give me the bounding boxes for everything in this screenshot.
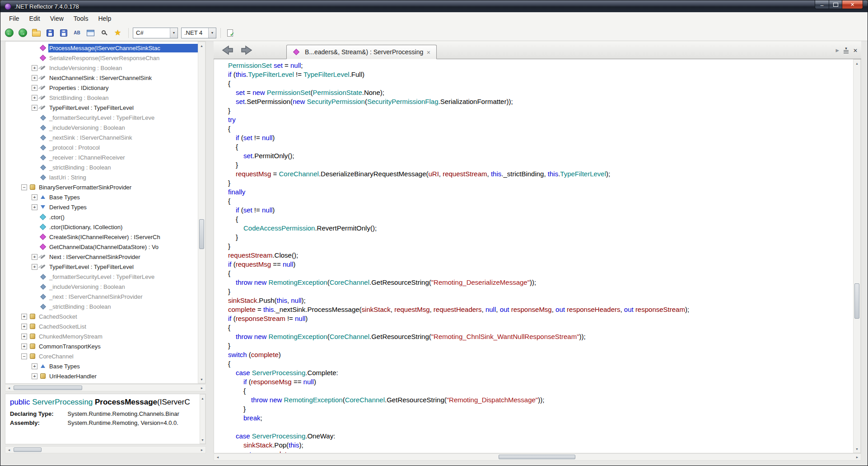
scrollbar-thumb[interactable] xyxy=(854,283,859,319)
tree-item[interactable]: +Derived Types xyxy=(5,202,198,212)
tree-item[interactable]: CreateSink(IChannelReceiver) : IServerCh xyxy=(5,232,198,242)
scrollbar-thumb[interactable] xyxy=(199,219,204,249)
tree-item[interactable]: +Next : IServerChannelSinkProvider xyxy=(5,252,198,262)
framework-combo[interactable]: .NET 4 ▼ xyxy=(181,28,216,38)
history-forward-button[interactable] xyxy=(240,45,255,56)
expand-icon[interactable]: + xyxy=(32,264,37,270)
close-document-icon[interactable] xyxy=(853,46,858,54)
tree-item[interactable]: +Base Types xyxy=(5,192,198,202)
expand-icon[interactable]: + xyxy=(21,324,27,329)
tree-item[interactable]: .ctor() xyxy=(5,212,198,222)
browser-button[interactable] xyxy=(84,27,97,39)
collapse-icon[interactable]: − xyxy=(21,184,27,190)
tree-item[interactable]: +CachedSocket xyxy=(5,311,198,321)
tree-item[interactable]: _strictBinding : Boolean xyxy=(5,301,198,311)
details-hscrollbar[interactable] xyxy=(5,446,206,453)
tree-item[interactable]: +CachedSocketList xyxy=(5,321,198,331)
scrollbar-thumb[interactable] xyxy=(499,455,575,459)
scrollbar-thumb[interactable] xyxy=(14,447,42,452)
forward-button[interactable] xyxy=(17,27,29,39)
expand-icon[interactable]: + xyxy=(32,254,37,260)
tree-item[interactable]: +CommonTransportKeys xyxy=(5,341,198,351)
maximize-button[interactable] xyxy=(829,0,842,9)
scroll-down-button[interactable] xyxy=(200,436,205,443)
tree-item[interactable]: .ctor(IDictionary, ICollection) xyxy=(5,222,198,232)
collapse-icon[interactable]: − xyxy=(21,353,27,359)
scroll-up-button[interactable] xyxy=(200,395,205,402)
scroll-down-button[interactable] xyxy=(854,445,860,452)
save-button[interactable] xyxy=(44,27,56,39)
script-button[interactable] xyxy=(224,27,236,39)
menu-help[interactable]: Help xyxy=(93,13,116,24)
tree-item[interactable]: GetChannelData(IChannelDataStore) : Vo xyxy=(5,242,198,252)
expand-icon[interactable]: + xyxy=(32,75,37,81)
tree-item[interactable]: +StrictBinding : Boolean xyxy=(5,93,198,103)
tree-item[interactable]: −CoreChannel xyxy=(5,351,198,361)
chevron-down-icon[interactable]: ▼ xyxy=(170,28,177,38)
menu-edit[interactable]: Edit xyxy=(24,13,45,24)
expand-icon[interactable]: + xyxy=(32,105,37,111)
scroll-up-button[interactable] xyxy=(198,42,205,49)
chevron-down-icon[interactable]: ▼ xyxy=(208,28,216,38)
tree-item[interactable]: SerializeResponse(IServerResponseChan xyxy=(5,53,198,63)
history-back-button[interactable] xyxy=(219,45,234,56)
scroll-left-button[interactable] xyxy=(5,447,13,453)
expand-icon[interactable]: + xyxy=(21,344,27,349)
tree-item[interactable]: +ChunkedMemoryStream xyxy=(5,331,198,341)
menu-view[interactable]: View xyxy=(45,13,69,24)
details-vscrollbar[interactable] xyxy=(200,394,205,444)
back-button[interactable] xyxy=(3,27,15,39)
close-button[interactable] xyxy=(842,0,863,9)
code-view[interactable]: PermissionSet set = null;if (this.TypeFi… xyxy=(214,59,853,453)
tree-vscrollbar[interactable] xyxy=(198,42,205,383)
tree-item[interactable]: +Base Types xyxy=(5,361,198,371)
expand-icon[interactable]: + xyxy=(32,373,37,379)
menu-file[interactable]: File xyxy=(4,13,24,24)
open-button[interactable] xyxy=(30,27,42,39)
tree-item[interactable]: _receiver : IChannelReceiver xyxy=(5,152,198,162)
tree-item[interactable]: +IncludeVersioning : Boolean xyxy=(5,63,198,73)
expand-icon[interactable]: + xyxy=(21,334,27,339)
code-hscrollbar[interactable] xyxy=(214,453,861,461)
tree-item[interactable]: _nextSink : IServerChannelSink xyxy=(5,132,198,142)
scroll-left-button[interactable] xyxy=(214,454,221,460)
tree-item[interactable]: _strictBinding : Boolean xyxy=(5,162,198,172)
tab-close-icon[interactable] xyxy=(426,48,430,56)
expand-icon[interactable]: + xyxy=(32,204,37,210)
tree-item[interactable]: −BinaryServerFormatterSinkProvider xyxy=(5,182,198,192)
scroll-right-button[interactable] xyxy=(198,385,205,391)
code-vscrollbar[interactable] xyxy=(853,59,861,453)
scrollbar-thumb[interactable] xyxy=(14,386,82,390)
tree-item[interactable]: _next : IServerChannelSinkProvider xyxy=(5,292,198,301)
tree-item[interactable]: +Properties : IDictionary xyxy=(5,83,198,93)
language-combo[interactable]: C# ▼ xyxy=(133,28,178,38)
search-button[interactable] xyxy=(98,27,110,39)
tree-item[interactable]: _formatterSecurityLevel : TypeFilterLeve xyxy=(5,272,198,282)
scroll-right-button[interactable] xyxy=(854,454,861,460)
tree-item[interactable]: +UriHeaderHandler xyxy=(5,371,198,381)
tree-item[interactable]: +NextChannelSink : IServerChannelSink xyxy=(5,73,198,83)
tree-item[interactable]: +TypeFilterLevel : TypeFilterLevel xyxy=(5,262,198,272)
scroll-up-button[interactable] xyxy=(854,60,860,67)
scroll-down-button[interactable] xyxy=(198,376,205,383)
tree-item[interactable]: _formatterSecurityLevel : TypeFilterLeve xyxy=(5,113,198,122)
tree-item[interactable]: ProcessMessage(IServerChannelSinkStac xyxy=(5,43,198,53)
expand-icon[interactable]: + xyxy=(32,194,37,200)
expand-icon[interactable]: + xyxy=(32,65,37,71)
scroll-right-button[interactable] xyxy=(198,447,205,453)
tree-item[interactable]: _protocol : Protocol xyxy=(5,142,198,152)
expand-icon[interactable]: + xyxy=(32,95,37,101)
expand-icon[interactable]: + xyxy=(21,314,27,320)
tree-item[interactable]: _includeVersioning : Boolean xyxy=(5,122,198,132)
scroll-left-button[interactable] xyxy=(5,385,13,391)
tree-hscrollbar[interactable] xyxy=(5,384,206,391)
tree-view[interactable]: ProcessMessage(IServerChannelSinkStacSer… xyxy=(5,42,198,383)
expand-icon[interactable]: + xyxy=(32,363,37,369)
document-tab[interactable]: B...eaders&, Stream&) : ServerProcessing xyxy=(286,45,437,59)
export-button[interactable] xyxy=(57,27,70,39)
rename-button[interactable] xyxy=(71,27,83,39)
tree-item[interactable]: +TypeFilterLevel : TypeFilterLevel xyxy=(5,103,198,113)
favorites-button[interactable] xyxy=(112,27,124,39)
pane-splitter[interactable] xyxy=(206,41,214,466)
expand-icon[interactable]: + xyxy=(32,85,37,91)
